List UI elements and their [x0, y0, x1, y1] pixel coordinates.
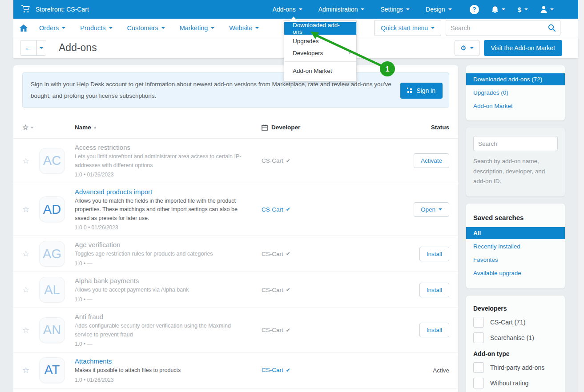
addon-developer: CS-Cart✔ [262, 206, 368, 213]
favorite-star-icon[interactable]: ☆ [22, 365, 39, 375]
addon-search-input[interactable] [473, 136, 558, 151]
name-column-header[interactable]: Name▲ [75, 124, 262, 131]
help-icon[interactable]: ? [470, 5, 479, 14]
favorite-star-icon[interactable]: ☆ [22, 325, 39, 335]
checkbox-icon[interactable] [473, 378, 484, 388]
addon-description: Allows you to accept payments via Alpha … [75, 286, 246, 294]
saved-search-favorites[interactable]: Favorites [466, 254, 565, 266]
install-button[interactable]: Install [419, 323, 449, 337]
addon-name: Age verification [75, 241, 262, 248]
open-button[interactable]: Open [414, 202, 449, 217]
favorite-star-icon[interactable]: ☆ [22, 204, 39, 214]
filter-developer-searchanise[interactable]: Searchanise (1) [473, 332, 558, 343]
activate-button[interactable]: Activate [414, 153, 449, 168]
install-button[interactable]: Install [419, 283, 449, 297]
helpdesk-banner-text: Sign in with your Help Desk account to g… [31, 79, 393, 101]
home-icon[interactable] [20, 24, 28, 32]
dropdown-item-developers[interactable]: Developers [284, 47, 356, 59]
filter-third-party-addons[interactable]: Third-party add-ons [473, 362, 558, 373]
addon-name-link[interactable]: Attachments [75, 357, 262, 365]
visit-addon-market-button[interactable]: Visit the Add-on Market [484, 40, 562, 56]
dropdown-item-downloaded-addons[interactable]: Downloaded add-ons [284, 22, 356, 35]
topbar-menu-administration[interactable]: Administration [318, 6, 365, 13]
checkbox-icon[interactable] [473, 317, 484, 328]
chevron-down-icon [470, 47, 474, 49]
scrollbar[interactable] [578, 0, 584, 392]
nav-item-products[interactable]: Products [80, 24, 112, 32]
addon-tile: AG [39, 241, 65, 267]
chevron-down-icon [439, 208, 442, 210]
search-button[interactable] [546, 24, 560, 32]
chevron-down-icon [30, 127, 34, 128]
sign-in-button[interactable]: Sign in [400, 83, 443, 99]
notifications-menu[interactable] [491, 6, 505, 13]
filter-developer-cs-cart[interactable]: CS-Cart (71) [473, 317, 558, 328]
search-input[interactable] [446, 24, 546, 32]
addon-tile: AT [39, 357, 65, 383]
favorite-star-icon[interactable]: ☆ [22, 249, 39, 259]
saved-search-available-upgrade[interactable]: Available upgrade [466, 267, 565, 279]
user-menu[interactable] [540, 6, 554, 13]
storefront-switcher[interactable]: Storefront: CS-Cart [13, 5, 89, 14]
navbar-right: Quick start menu [374, 20, 578, 36]
calendar-icon [262, 124, 268, 131]
addon-name-link[interactable]: Advanced products import [75, 188, 262, 196]
topbar-menu-administration-label: Administration [318, 6, 358, 13]
developers-filter-title: Developers [473, 305, 558, 312]
favorite-star-icon[interactable]: ☆ [22, 285, 39, 295]
dropdown-item-addon-market[interactable]: Add-on Market [284, 65, 356, 76]
nav-item-customers[interactable]: Customers [127, 24, 165, 32]
chevron-down-icon [448, 8, 452, 10]
check-icon: ✔ [286, 287, 290, 293]
nav-item-marketing[interactable]: Marketing [180, 24, 215, 32]
chevron-down-icon [524, 8, 528, 10]
addons-panel: Sign in with your Help Desk account to g… [13, 65, 458, 392]
check-icon: ✔ [286, 367, 290, 373]
addon-version: 1.0 • 01/26/2023 [75, 172, 262, 178]
addon-name: Anti fraud [75, 313, 262, 320]
addons-dropdown-menu: Downloaded add-ons Upgrades Developers A… [284, 20, 357, 81]
addon-version: 1.0.0 • 01/26/2023 [75, 224, 262, 231]
nav-item-website[interactable]: Website [229, 24, 259, 32]
topbar-menus: Add-ons Administration Settings Design ?… [273, 5, 578, 14]
checkbox-icon[interactable] [473, 332, 484, 343]
topbar-menu-addons[interactable]: Add-ons [273, 6, 302, 13]
search-icon [548, 24, 556, 32]
saved-search-recently-installed[interactable]: Recently installed [466, 240, 565, 252]
settings-gear-button[interactable]: ⚙ [455, 40, 479, 56]
developer-column-header[interactable]: Developer [262, 124, 368, 131]
checkbox-icon[interactable] [473, 362, 484, 373]
filter-without-rating[interactable]: Without rating [473, 378, 558, 388]
topbar-menu-settings[interactable]: Settings [380, 6, 410, 13]
quick-start-menu-label: Quick start menu [381, 24, 428, 32]
nav-item-website-label: Website [229, 24, 252, 32]
nav-item-orders[interactable]: Orders [39, 24, 65, 32]
favorites-column-header[interactable]: ☆ [22, 123, 39, 132]
table-header: ☆ Name▲ Developer Status [13, 112, 458, 138]
addon-developer: CS-Cart✔ [262, 327, 368, 333]
sidebar-item-downloaded-addons[interactable]: Downloaded add-ons (72) [466, 73, 565, 85]
chevron-right-icon [349, 51, 351, 55]
dollar-icon: $ [518, 6, 521, 13]
back-button[interactable]: ← [20, 40, 36, 55]
topbar-menu-design[interactable]: Design [426, 6, 452, 13]
table-row: ☆ AT Attachments Makes it possible to at… [13, 352, 458, 388]
dropdown-item-upgrades[interactable]: Upgrades [284, 35, 356, 47]
topbar-menu-design-label: Design [426, 6, 445, 13]
saved-searches-card: Saved searches All Recently installed Fa… [466, 204, 565, 288]
favorite-star-icon[interactable]: ☆ [22, 156, 39, 166]
page-header-actions: ⚙ Visit the Add-on Market [455, 40, 562, 56]
check-icon: ✔ [286, 251, 290, 257]
sidebar-item-upgrades[interactable]: Upgrades (0) [466, 87, 565, 99]
sidebar-item-addon-market[interactable]: Add-on Market [466, 100, 565, 112]
sidebar-search-card: Search by add-on name, description, deve… [466, 128, 565, 196]
install-button[interactable]: Install [419, 247, 449, 261]
currency-menu[interactable]: $ [518, 6, 528, 13]
quick-start-menu-button[interactable]: Quick start menu [374, 20, 441, 36]
addon-description: Adds configurable security order verific… [75, 322, 246, 339]
table-row: ☆ AC Access restrictions Lets you limit … [13, 138, 458, 183]
status-badge: Active [433, 367, 449, 374]
saved-search-all[interactable]: All [466, 227, 565, 239]
back-history-button[interactable] [36, 40, 46, 55]
bell-icon [491, 6, 499, 13]
